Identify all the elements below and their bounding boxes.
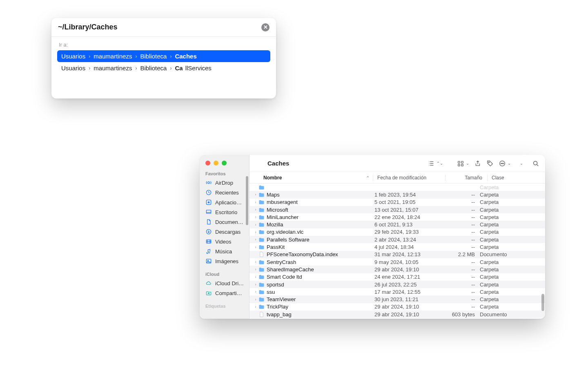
disclosure-icon[interactable]: › bbox=[254, 230, 258, 234]
docs-icon bbox=[205, 219, 212, 225]
sidebar-item-music[interactable]: Música bbox=[200, 246, 249, 256]
disclosure-icon[interactable]: › bbox=[254, 215, 258, 219]
sidebar-item-label: Aplicacio… bbox=[215, 199, 242, 206]
table-row[interactable]: ›sportsd26 jul 2023, 22:25--Carpeta bbox=[249, 281, 545, 288]
sidebar-scrollbar[interactable] bbox=[246, 176, 248, 225]
row-name: Microsoft bbox=[265, 207, 374, 213]
share-icon[interactable] bbox=[474, 160, 481, 167]
table-row[interactable]: ›Parallels Software2 abr 2024, 13:24--Ca… bbox=[249, 236, 545, 243]
folder-icon bbox=[258, 266, 265, 273]
sidebar-item-docs[interactable]: Documen… bbox=[200, 217, 249, 227]
sidebar-item-shared[interactable]: Comparti… bbox=[200, 288, 249, 298]
table-row[interactable]: ›SentryCrash9 may 2024, 10:05--Carpeta bbox=[249, 258, 545, 266]
row-name: Mozilla bbox=[265, 221, 374, 228]
sidebar-item-cloud[interactable]: iCloud Dri… bbox=[200, 278, 249, 288]
window-title: Caches bbox=[267, 160, 289, 167]
row-kind: Carpeta bbox=[480, 274, 545, 280]
col-name[interactable]: Nombre ⌃ bbox=[249, 175, 373, 181]
row-modified: 29 abr 2024, 19:10 bbox=[374, 304, 442, 310]
row-modified: 26 jul 2023, 22:25 bbox=[374, 282, 442, 288]
goto-result[interactable]: Usuarios›maumartinezs›Biblioteca›Caches bbox=[57, 50, 270, 62]
view-list-icon[interactable]: ⌃⌄ bbox=[428, 160, 443, 167]
disclosure-icon[interactable]: › bbox=[254, 260, 258, 264]
row-kind: Carpeta bbox=[480, 259, 545, 265]
row-size: -- bbox=[442, 304, 480, 310]
table-row[interactable]: ›SharedImageCache29 abr 2024, 19:10--Car… bbox=[249, 266, 545, 273]
table-row[interactable]: ›TrickPlay29 abr 2024, 19:10--Carpeta bbox=[249, 303, 545, 311]
disclosure-icon[interactable]: › bbox=[254, 282, 258, 286]
disclosure-icon[interactable]: › bbox=[254, 297, 258, 302]
sidebar-item-images[interactable]: Imágenes bbox=[200, 256, 249, 266]
sidebar-item-desktop[interactable]: Escritorio bbox=[200, 207, 249, 217]
close-icon[interactable] bbox=[205, 161, 210, 165]
disclosure-icon[interactable]: › bbox=[254, 223, 258, 227]
row-size: -- bbox=[442, 199, 480, 205]
table-row[interactable]: ›mbuseragent5 oct 2021, 19:05--Carpeta bbox=[249, 199, 545, 206]
sidebar-item-download[interactable]: Descargas bbox=[200, 227, 249, 237]
row-kind: Carpeta bbox=[480, 229, 545, 235]
folder-icon bbox=[258, 214, 265, 220]
disclosure-icon[interactable]: › bbox=[254, 245, 258, 249]
nav-buttons bbox=[255, 160, 261, 167]
goto-input-row: ✕ bbox=[51, 18, 276, 37]
table-row[interactable]: ›ssu17 mar 2024, 12:55--Carpeta bbox=[249, 288, 545, 295]
sidebar-item-apps[interactable]: Aplicacio… bbox=[200, 197, 249, 207]
chevron-down-icon[interactable]: ⌄ bbox=[520, 161, 523, 165]
sidebar-item-video[interactable]: Videos bbox=[200, 237, 249, 246]
file-icon bbox=[258, 311, 265, 318]
goto-result[interactable]: Usuarios›maumartinezs›Biblioteca›CallSer… bbox=[57, 62, 270, 74]
row-kind: Carpeta bbox=[480, 214, 545, 220]
table-row-partial: Carpeta bbox=[249, 183, 545, 191]
row-size: -- bbox=[442, 237, 480, 243]
disclosure-icon[interactable]: › bbox=[254, 305, 258, 309]
disclosure-icon[interactable]: › bbox=[254, 208, 258, 212]
svg-rect-11 bbox=[458, 164, 460, 166]
table-row[interactable]: tvapp_bag29 abr 2024, 19:10603 bytesDocu… bbox=[249, 311, 545, 318]
table-row[interactable]: ›Maps1 feb 2023, 19:54--Carpeta bbox=[249, 191, 545, 198]
finder-content: Caches ⌃⌄ ⌄ ⌄ ⌄ bbox=[249, 155, 545, 319]
table-row[interactable]: ›PassKit4 jul 2024, 18:34--Carpeta bbox=[249, 243, 545, 250]
disclosure-icon[interactable]: › bbox=[254, 192, 258, 197]
view-options-icon[interactable]: ⌄ bbox=[457, 160, 469, 167]
folder-icon bbox=[258, 184, 265, 190]
sidebar-section-tags: Etiquetas bbox=[200, 301, 249, 310]
content-scrollbar[interactable] bbox=[541, 294, 544, 311]
col-size[interactable]: Tamaño bbox=[450, 175, 487, 181]
goto-path-input[interactable] bbox=[58, 23, 261, 31]
sidebar-item-label: Música bbox=[215, 248, 232, 255]
goto-label: Ir a: bbox=[59, 42, 269, 48]
table-row[interactable]: ›MiniLauncher22 ene 2024, 18:24--Carpeta bbox=[249, 213, 545, 221]
row-kind: Carpeta bbox=[480, 304, 545, 310]
search-icon[interactable] bbox=[532, 160, 539, 167]
disclosure-icon[interactable]: › bbox=[254, 200, 258, 204]
row-modified: 30 jun 2023, 11:21 bbox=[374, 296, 442, 302]
table-row[interactable]: ›org.videolan.vlc29 feb 2024, 19:33--Car… bbox=[249, 228, 545, 236]
airdrop-icon bbox=[205, 179, 212, 186]
table-row[interactable]: PFSceneTaxonomyData.index31 mar 2024, 12… bbox=[249, 251, 545, 258]
row-name: sportsd bbox=[265, 282, 374, 288]
tag-icon[interactable] bbox=[486, 160, 494, 167]
disclosure-icon[interactable]: › bbox=[254, 275, 258, 279]
sidebar-item-airdrop[interactable]: AirDrop bbox=[200, 178, 249, 188]
disclosure-icon[interactable]: › bbox=[254, 237, 258, 242]
more-icon[interactable]: ⌄ bbox=[499, 160, 511, 167]
table-row-partial: Carpeta bbox=[249, 318, 545, 319]
zoom-icon[interactable] bbox=[222, 161, 227, 165]
row-kind: Carpeta bbox=[480, 244, 545, 250]
table-row[interactable]: ›TeamViewer30 jun 2023, 11:21--Carpeta bbox=[249, 295, 545, 303]
row-modified: 2 abr 2024, 13:24 bbox=[374, 237, 442, 243]
row-size: -- bbox=[442, 296, 480, 302]
row-name: SharedImageCache bbox=[265, 266, 374, 273]
table-row[interactable]: ›Mozilla6 oct 2021, 9:13--Carpeta bbox=[249, 221, 545, 228]
clear-icon[interactable]: ✕ bbox=[261, 23, 270, 31]
table-row[interactable]: ›Microsoft13 oct 2021, 15:07--Carpeta bbox=[249, 206, 545, 213]
minimize-icon[interactable] bbox=[214, 161, 218, 165]
table-row[interactable]: ›Smart Code ltd24 ene 2024, 17:21--Carpe… bbox=[249, 273, 545, 281]
sidebar-item-recent[interactable]: Recientes bbox=[200, 188, 249, 197]
col-modified[interactable]: Fecha de modificación bbox=[377, 175, 445, 181]
disclosure-icon[interactable]: › bbox=[254, 267, 258, 271]
sidebar-item-label: Recientes bbox=[215, 190, 239, 196]
svg-point-16 bbox=[502, 163, 503, 164]
col-kind[interactable]: Clase bbox=[492, 175, 545, 181]
disclosure-icon[interactable]: › bbox=[254, 290, 258, 294]
